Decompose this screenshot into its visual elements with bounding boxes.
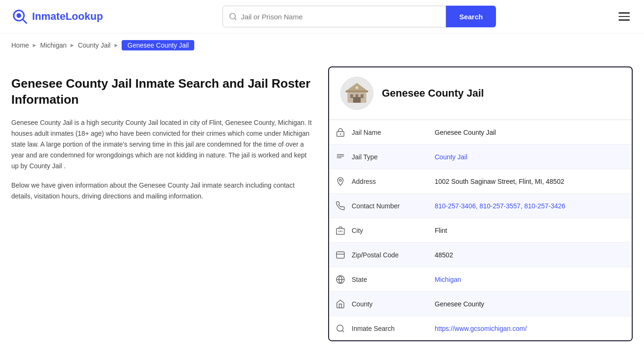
info-row: StateMichigan: [329, 267, 632, 291]
left-column: Genesee County Jail Inmate Search and Ja…: [11, 66, 313, 210]
svg-point-18: [339, 179, 341, 181]
state-icon: [329, 275, 352, 284]
page-title: Genesee County Jail Inmate Search and Ja…: [11, 76, 313, 108]
svg-rect-10: [361, 94, 363, 98]
svg-rect-11: [353, 97, 361, 103]
info-value: Flint: [427, 221, 632, 240]
jail-building-icon: [344, 80, 370, 107]
page-desc-1: Genesee County Jail is a high security C…: [11, 117, 313, 172]
info-label: County: [352, 295, 427, 313]
address-icon: [329, 177, 352, 186]
info-label: Zip/Postal Code: [352, 246, 427, 264]
info-value[interactable]: https://www.gcsomichigan.com/: [427, 319, 632, 338]
svg-point-12: [355, 86, 358, 89]
search-icon: [229, 12, 237, 21]
svg-line-4: [235, 18, 236, 19]
info-value: Genesee County: [427, 295, 632, 313]
svg-rect-23: [337, 252, 345, 258]
jail-card-header: Genesee County Jail: [329, 67, 632, 120]
breadcrumb-county-jail[interactable]: County Jail: [78, 41, 110, 49]
search-wrapper: [223, 6, 446, 27]
info-label: Jail Type: [352, 148, 427, 166]
menu-bar-3: [619, 19, 630, 21]
info-value-link[interactable]: County Jail: [435, 153, 467, 161]
breadcrumb-sep-3: ►: [113, 42, 119, 49]
info-row: Jail NameGenesee County Jail: [329, 120, 632, 144]
jail-avatar: [340, 77, 373, 110]
info-value[interactable]: Michigan: [427, 270, 632, 289]
info-label: Address: [352, 172, 427, 191]
info-label: State: [352, 270, 427, 289]
info-row: Inmate Searchhttps://www.gcsomichigan.co…: [329, 316, 632, 340]
svg-rect-8: [350, 94, 353, 98]
svg-point-27: [337, 325, 343, 331]
info-row: CityFlint: [329, 218, 632, 242]
info-label: City: [352, 221, 427, 240]
info-label: Jail Name: [352, 123, 427, 142]
info-row: Jail TypeCounty Jail: [329, 144, 632, 169]
info-label: Inmate Search: [352, 319, 427, 338]
zip-icon: [329, 250, 352, 260]
info-row: Contact Number810-257-3406, 810-257-3557…: [329, 193, 632, 218]
breadcrumb-current: Genesee County Jail: [122, 40, 194, 50]
info-value-link[interactable]: Michigan: [435, 276, 461, 283]
info-value[interactable]: County Jail: [427, 148, 632, 166]
breadcrumb-home[interactable]: Home: [11, 41, 29, 49]
info-row: Zip/Postal Code48502: [329, 242, 632, 267]
svg-point-2: [17, 13, 21, 18]
site-logo[interactable]: InmateLookup: [11, 8, 103, 25]
right-column: Genesee County Jail Jail NameGenesee Cou…: [328, 66, 633, 341]
search-area: Search: [223, 6, 496, 27]
county-icon: [329, 299, 352, 309]
logo-icon: [11, 8, 28, 25]
info-rows: Jail NameGenesee County JailJail TypeCou…: [329, 120, 632, 340]
menu-button[interactable]: [616, 9, 633, 24]
breadcrumb-sep-1: ►: [32, 42, 37, 49]
info-value-link[interactable]: https://www.gcsomichigan.com/: [435, 325, 527, 332]
info-row: Address1002 South Saginaw Street, Flint,…: [329, 169, 632, 193]
info-value: 1002 South Saginaw Street, Flint, MI, 48…: [427, 172, 632, 191]
jail-icon: [329, 128, 352, 137]
page-desc-2: Below we have given information about th…: [11, 180, 313, 202]
phone-icon: [329, 201, 352, 211]
jail-card-title: Genesee County Jail: [382, 87, 484, 99]
search-icon: [329, 324, 352, 333]
site-header: InmateLookup Search: [0, 0, 644, 33]
breadcrumb: Home ► Michigan ► County Jail ► Genesee …: [0, 33, 644, 57]
info-row: CountyGenesee County: [329, 291, 632, 316]
logo-text: InmateLookup: [32, 10, 103, 23]
info-value[interactable]: 810-257-3406, 810-257-3557, 810-257-3426: [427, 197, 632, 215]
type-icon: [329, 152, 352, 162]
info-value: 48502: [427, 246, 632, 264]
search-button[interactable]: Search: [446, 6, 496, 27]
menu-bar-2: [619, 16, 630, 17]
info-value-link[interactable]: 810-257-3406, 810-257-3557, 810-257-3426: [435, 202, 565, 210]
info-value: Genesee County Jail: [427, 123, 632, 142]
search-input[interactable]: [241, 13, 440, 21]
svg-line-28: [342, 330, 344, 332]
menu-bar-1: [619, 12, 630, 14]
city-icon: [329, 226, 352, 235]
breadcrumb-michigan[interactable]: Michigan: [40, 41, 66, 49]
svg-rect-6: [346, 90, 368, 92]
info-label: Contact Number: [352, 197, 427, 215]
main-content: Genesee County Jail Inmate Search and Ja…: [0, 57, 644, 351]
jail-card: Genesee County Jail Jail NameGenesee Cou…: [328, 66, 633, 341]
svg-line-1: [23, 19, 26, 23]
breadcrumb-sep-2: ►: [69, 42, 75, 49]
